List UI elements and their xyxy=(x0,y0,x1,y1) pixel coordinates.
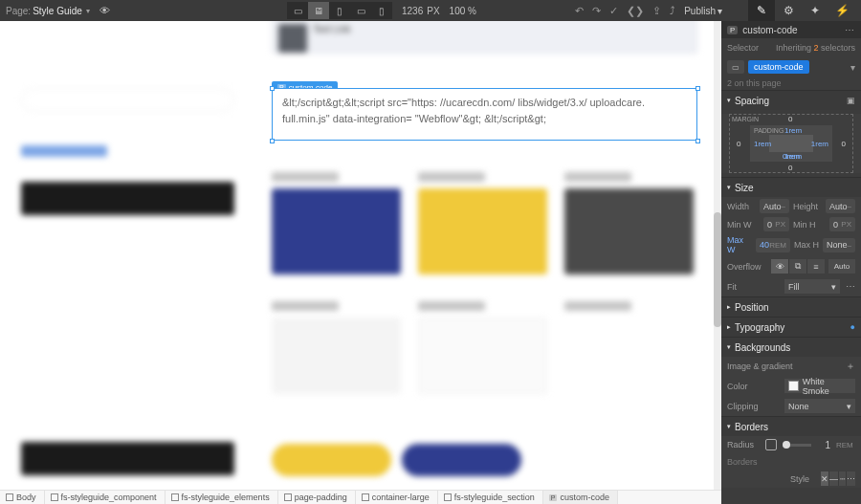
breakpoint-tablet-icon[interactable]: ▯ xyxy=(329,2,350,19)
on-page-count[interactable]: 2 on this page xyxy=(721,77,861,90)
overflow-hidden-icon[interactable]: ⧉ xyxy=(788,259,806,274)
border-dashed-icon[interactable]: ┄ xyxy=(838,471,846,486)
page-name[interactable]: Style Guide xyxy=(33,6,82,16)
effects-tab-icon[interactable]: ⚡ xyxy=(828,0,855,21)
canvas-scrollbar[interactable] xyxy=(714,21,721,490)
chevron-down-icon: ▾ xyxy=(727,97,731,104)
swatch-label xyxy=(418,172,485,182)
canvas-size[interactable]: 1236 PX 100 % xyxy=(402,0,476,21)
button-sample xyxy=(272,444,391,476)
redo-icon[interactable]: ↷ xyxy=(592,5,601,17)
radius-value[interactable]: 1 xyxy=(817,440,830,450)
overflow-scroll-icon[interactable]: ≡ xyxy=(806,259,825,274)
color-swatch xyxy=(418,318,547,394)
bg-clip-field[interactable]: None▾ xyxy=(784,399,855,413)
style-tab-icon[interactable]: ✎ xyxy=(748,0,775,21)
class-dropdown-icon[interactable]: ▾ xyxy=(850,62,855,73)
element-menu-icon[interactable]: ⋯ xyxy=(845,25,855,35)
margin-left[interactable]: 0 xyxy=(737,140,740,148)
box-center: 0rem xyxy=(783,152,800,161)
undo-icon[interactable]: ↶ xyxy=(575,5,584,17)
section-typography-header[interactable]: ▸Typography● xyxy=(721,318,861,337)
width-field[interactable]: Auto– xyxy=(760,199,789,213)
overflow-visible-icon[interactable]: 👁 xyxy=(771,259,788,274)
section-size-header[interactable]: ▾ Size xyxy=(721,178,861,197)
section-borders-header[interactable]: ▾Borders xyxy=(721,417,861,436)
section-typography-label: Typography xyxy=(735,322,784,333)
breakpoint-xl-icon[interactable]: ▭ xyxy=(287,2,308,19)
canvas[interactable]: Text Link custom-code &lt;/script&gt;&lt… xyxy=(0,21,721,490)
custom-code-element[interactable]: &lt;/script&gt;&lt;script src="https: //… xyxy=(272,88,697,141)
breakpoint-mobile-l-icon[interactable]: ▭ xyxy=(350,2,371,19)
selection-handle[interactable] xyxy=(695,139,700,143)
section-backgrounds-header[interactable]: ▾Backgrounds xyxy=(721,338,861,357)
page-dropdown-icon[interactable]: ▾ xyxy=(86,7,90,15)
export-icon[interactable]: ⇪ xyxy=(652,5,661,17)
publish-label: Publish xyxy=(684,6,716,16)
button-sample xyxy=(402,444,521,476)
check-icon[interactable]: ✓ xyxy=(609,5,618,17)
border-solid-icon[interactable]: — xyxy=(828,471,838,486)
inheriting-info[interactable]: Inheriting 2 selectors xyxy=(776,43,855,53)
code-icon[interactable]: ❮❯ xyxy=(627,5,644,17)
swatch-label xyxy=(418,301,485,311)
selector-type-icon[interactable]: ▭ xyxy=(727,60,744,74)
selection-handle[interactable] xyxy=(270,86,275,91)
padding-right[interactable]: 1rem xyxy=(811,140,828,148)
padding-top[interactable]: 1rem xyxy=(784,126,802,135)
radius-mode-icon[interactable] xyxy=(765,439,777,450)
breakpoint-desktop-icon[interactable]: 🖥 xyxy=(308,2,329,19)
share-icon[interactable]: ⤴ xyxy=(670,5,675,16)
margin-bottom[interactable]: 0 xyxy=(788,164,792,172)
interactions-tab-icon[interactable]: ✦ xyxy=(802,0,828,21)
breadcrumb-item[interactable]: page-padding xyxy=(278,491,356,505)
breadcrumb-item-active[interactable]: Pcustom-code xyxy=(543,491,618,505)
minh-field[interactable]: 0PX xyxy=(829,217,855,231)
margin-top[interactable]: 0 xyxy=(788,115,792,123)
selection-handle[interactable] xyxy=(270,139,275,143)
margin-label: MARGIN xyxy=(732,116,759,122)
height-field[interactable]: Auto– xyxy=(826,199,855,213)
section-position-header[interactable]: ▸Position xyxy=(721,297,861,317)
breadcrumb-item[interactable]: fs-styleguide_elements xyxy=(166,491,278,505)
bg-color-field[interactable]: White Smoke xyxy=(784,379,855,393)
fit-field[interactable]: Fill▾ xyxy=(784,279,840,294)
preview-icon[interactable]: 👁 xyxy=(99,5,110,16)
padding-label: PADDING xyxy=(754,127,784,134)
add-background-icon[interactable]: ＋ xyxy=(846,360,855,373)
overflow-auto-button[interactable]: Auto xyxy=(828,259,855,274)
breadcrumb-item[interactable]: container-large xyxy=(356,491,438,505)
maxh-label: Max H xyxy=(794,240,819,250)
settings-tab-icon[interactable]: ⚙ xyxy=(775,0,802,21)
breadcrumb-item[interactable]: Body xyxy=(0,491,45,505)
spacing-mode-icon[interactable]: ▣ xyxy=(847,96,855,105)
borders-subhead: Borders xyxy=(721,453,861,469)
border-style-segmented: ✕ — ┄ ⋯ xyxy=(821,471,855,486)
fit-more-icon[interactable]: ⋯ xyxy=(846,281,855,292)
margin-right[interactable]: 0 xyxy=(842,140,846,148)
breadcrumb-label: custom-code xyxy=(560,493,609,502)
breadcrumb-item[interactable]: fs-styleguide_section xyxy=(438,491,543,505)
publish-button[interactable]: Publish ▾ xyxy=(684,6,722,16)
selection-handle[interactable] xyxy=(695,86,700,91)
border-none-icon[interactable]: ✕ xyxy=(821,471,828,486)
radius-slider[interactable] xyxy=(783,444,811,447)
section-spacing-header[interactable]: ▾ Spacing ▣ xyxy=(721,91,861,110)
swatch-label xyxy=(272,301,339,311)
breadcrumb-item[interactable]: fs-styleguide_component xyxy=(45,491,166,505)
box-model[interactable]: MARGIN PADDING 0 0 0 0 1rem 1rem 1rem 1r… xyxy=(729,114,853,173)
overflow-label: Overflow xyxy=(727,262,767,272)
page-label: Page: xyxy=(6,6,31,16)
radius-unit[interactable]: REM xyxy=(836,441,855,449)
minw-field[interactable]: 0PX xyxy=(763,217,789,231)
maxh-field[interactable]: None– xyxy=(823,238,855,252)
maxw-field[interactable]: 40REM xyxy=(756,238,790,252)
class-row: ▭ custom-code ▾ xyxy=(721,57,861,77)
selector-label: Selector xyxy=(727,43,759,53)
class-pill[interactable]: custom-code xyxy=(748,60,809,74)
breakpoint-mobile-icon[interactable]: ▯ xyxy=(371,2,392,19)
padding-left[interactable]: 1rem xyxy=(754,140,771,148)
canvas-width-unit: PX xyxy=(427,6,439,16)
canvas-scrollbar-thumb[interactable] xyxy=(714,212,721,327)
border-dotted-icon[interactable]: ⋯ xyxy=(846,471,855,486)
